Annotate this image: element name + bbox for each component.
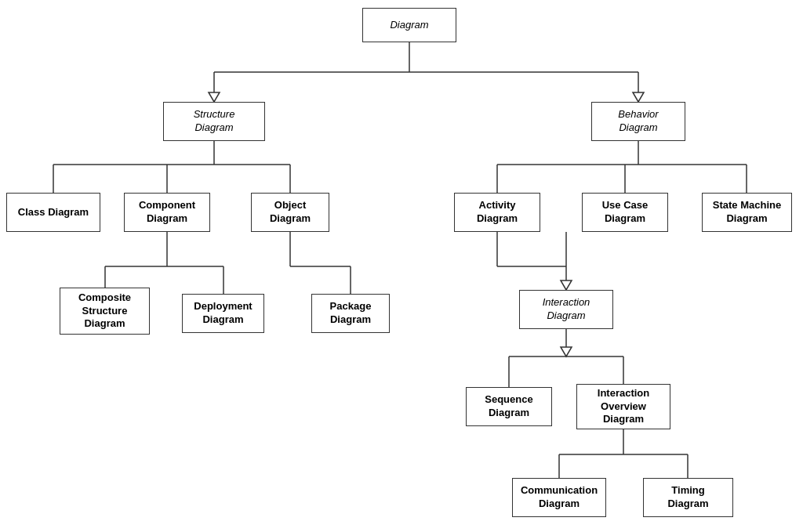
- node-interactionoverview: Interaction Overview Diagram: [576, 384, 670, 429]
- svg-marker-4: [209, 92, 220, 102]
- svg-marker-5: [633, 92, 644, 102]
- node-communication: Communication Diagram: [512, 478, 606, 517]
- node-usecase: Use Case Diagram: [582, 193, 668, 232]
- node-activity: Activity Diagram: [454, 193, 540, 232]
- node-interaction: Interaction Diagram: [519, 290, 613, 329]
- node-timing: Timing Diagram: [643, 478, 733, 517]
- node-diagram: Diagram: [362, 8, 456, 42]
- diagram-container: DiagramStructure DiagramBehavior Diagram…: [0, 0, 803, 532]
- node-class: Class Diagram: [6, 193, 100, 232]
- node-object: Object Diagram: [251, 193, 329, 232]
- node-structure: Structure Diagram: [163, 102, 265, 141]
- svg-marker-32: [561, 347, 572, 356]
- node-sequence: Sequence Diagram: [466, 387, 552, 426]
- node-deployment: Deployment Diagram: [182, 294, 264, 333]
- svg-marker-27: [561, 280, 572, 290]
- node-behavior: Behavior Diagram: [591, 102, 685, 141]
- node-statemachine: State Machine Diagram: [702, 193, 792, 232]
- node-component: Component Diagram: [124, 193, 210, 232]
- node-package: Package Diagram: [311, 294, 390, 333]
- diagram-lines: [0, 0, 803, 532]
- node-composite: Composite Structure Diagram: [60, 288, 150, 335]
